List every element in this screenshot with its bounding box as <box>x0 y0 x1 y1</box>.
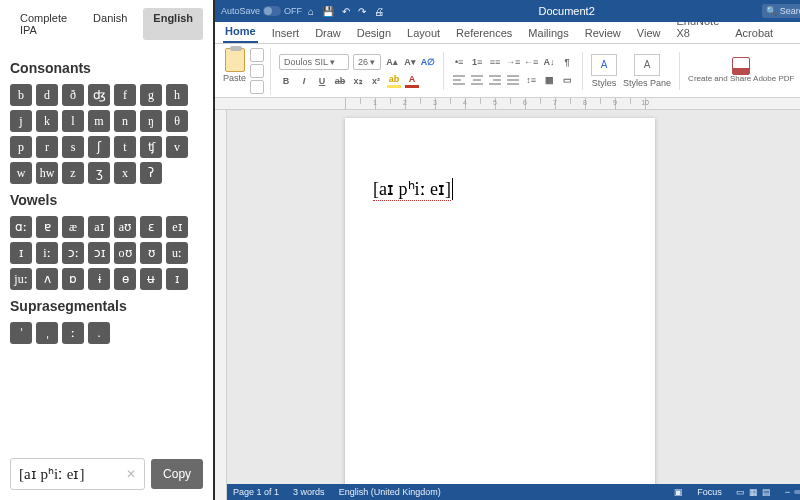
decrease-indent-icon[interactable]: ←≡ <box>524 55 538 69</box>
vowel-key[interactable]: ʉ <box>140 268 162 290</box>
consonant-key[interactable]: f <box>114 84 136 106</box>
print-layout-view-icon[interactable]: ▭ <box>736 487 745 497</box>
vowel-key[interactable]: aɪ <box>88 216 110 238</box>
print-icon[interactable]: 🖨 <box>374 6 384 17</box>
consonant-key[interactable]: r <box>36 136 58 158</box>
vowel-key[interactable]: ɐ <box>36 216 58 238</box>
consonant-key[interactable]: hw <box>36 162 58 184</box>
shading-icon[interactable]: ▦ <box>542 73 556 87</box>
consonant-key[interactable]: x <box>114 162 136 184</box>
superscript-icon[interactable]: x² <box>369 74 383 88</box>
status-words[interactable]: 3 words <box>293 487 325 497</box>
autosave-toggle[interactable]: AutoSave OFF <box>221 6 302 16</box>
font-color-icon[interactable]: A <box>405 74 419 88</box>
consonant-key[interactable]: g <box>140 84 162 106</box>
tab-view[interactable]: View <box>635 25 663 43</box>
consonant-key[interactable]: v <box>166 136 188 158</box>
consonant-key[interactable]: s <box>62 136 84 158</box>
consonant-key[interactable]: θ <box>166 110 188 132</box>
line-spacing-icon[interactable]: ↕≡ <box>524 73 538 87</box>
suprasegmental-key[interactable]: ˈ <box>10 322 32 344</box>
consonant-key[interactable]: n <box>114 110 136 132</box>
document-page[interactable]: [aɪ pʰiː eɪ] <box>345 118 655 500</box>
vowel-key[interactable]: ɨ <box>88 268 110 290</box>
show-marks-icon[interactable]: ¶ <box>560 55 574 69</box>
ruler-vertical[interactable] <box>215 110 227 500</box>
consonant-key[interactable]: p <box>10 136 32 158</box>
cut-icon[interactable] <box>250 48 264 62</box>
vowel-key[interactable]: ʌ <box>36 268 58 290</box>
vowel-key[interactable]: aʊ <box>114 216 136 238</box>
read-mode-view-icon[interactable]: ▤ <box>762 487 771 497</box>
copy-icon[interactable] <box>250 64 264 78</box>
align-right-icon[interactable] <box>488 73 502 87</box>
justify-icon[interactable] <box>506 73 520 87</box>
multilevel-list-icon[interactable]: ≡≡ <box>488 55 502 69</box>
zoom-out-icon[interactable]: − <box>785 487 790 497</box>
strikethrough-icon[interactable]: ab <box>333 74 347 88</box>
align-left-icon[interactable] <box>452 73 466 87</box>
consonant-key[interactable]: ʔ <box>140 162 162 184</box>
align-center-icon[interactable] <box>470 73 484 87</box>
autosave-switch-icon[interactable] <box>263 6 281 16</box>
sort-icon[interactable]: A↓ <box>542 55 556 69</box>
vowel-key[interactable]: ɛ <box>140 216 162 238</box>
suprasegmental-key[interactable]: ː <box>62 322 84 344</box>
vowel-key[interactable]: ɔː <box>62 242 84 264</box>
paste-icon[interactable] <box>225 48 245 72</box>
styles-gallery[interactable]: A Styles <box>591 54 617 88</box>
tab-draw[interactable]: Draw <box>313 25 343 43</box>
font-name-select[interactable]: Doulos SIL ▾ <box>279 54 349 70</box>
vowel-key[interactable]: ɑː <box>10 216 32 238</box>
tab-insert[interactable]: Insert <box>270 25 302 43</box>
tab-complete-ipa[interactable]: Complete IPA <box>10 8 77 40</box>
vowel-key[interactable]: ʊ <box>140 242 162 264</box>
search-input[interactable]: 🔍 Search in Document <box>762 4 800 18</box>
consonant-key[interactable]: t <box>114 136 136 158</box>
italic-icon[interactable]: I <box>297 74 311 88</box>
tab-layout[interactable]: Layout <box>405 25 442 43</box>
vowel-key[interactable]: ɵ <box>114 268 136 290</box>
clear-output-icon[interactable]: ✕ <box>126 467 136 482</box>
vowel-key[interactable]: eɪ <box>166 216 188 238</box>
consonant-key[interactable]: z <box>62 162 84 184</box>
vowel-key[interactable]: ɒ <box>62 268 84 290</box>
vowel-key[interactable]: ɔɪ <box>88 242 110 264</box>
home-icon[interactable]: ⌂ <box>308 6 314 17</box>
consonant-key[interactable]: ŋ <box>140 110 162 132</box>
bullets-icon[interactable]: •≡ <box>452 55 466 69</box>
borders-icon[interactable]: ▭ <box>560 73 574 87</box>
consonant-key[interactable]: ð <box>62 84 84 106</box>
increase-indent-icon[interactable]: →≡ <box>506 55 520 69</box>
tab-references[interactable]: References <box>454 25 514 43</box>
tab-design[interactable]: Design <box>355 25 393 43</box>
ruler-horizontal[interactable]: 12345678910 <box>215 98 800 110</box>
vowel-key[interactable]: juː <box>10 268 32 290</box>
consonant-key[interactable]: h <box>166 84 188 106</box>
numbering-icon[interactable]: 1≡ <box>470 55 484 69</box>
vowel-key[interactable]: ɪ <box>10 242 32 264</box>
tab-english[interactable]: English <box>143 8 203 40</box>
status-language[interactable]: English (United Kingdom) <box>339 487 441 497</box>
vowel-key[interactable]: oʊ <box>114 242 136 264</box>
consonant-key[interactable]: k <box>36 110 58 132</box>
vowel-key[interactable]: æ <box>62 216 84 238</box>
vowel-key[interactable]: ɪ <box>166 268 188 290</box>
vowel-key[interactable]: iː <box>36 242 58 264</box>
styles-pane-button[interactable]: A Styles Pane <box>623 54 671 88</box>
zoom-slider[interactable] <box>794 490 800 494</box>
grow-font-icon[interactable]: A▴ <box>385 55 399 69</box>
consonant-key[interactable]: w <box>10 162 32 184</box>
format-painter-icon[interactable] <box>250 80 264 94</box>
redo-icon[interactable]: ↷ <box>358 6 366 17</box>
consonant-key[interactable]: m <box>88 110 110 132</box>
save-icon[interactable]: 💾 <box>322 6 334 17</box>
suprasegmental-key[interactable]: ˌ <box>36 322 58 344</box>
copy-button[interactable]: Copy <box>151 459 203 489</box>
consonant-key[interactable]: b <box>10 84 32 106</box>
font-size-select[interactable]: 26 ▾ <box>353 54 381 70</box>
tab-acrobat[interactable]: Acrobat <box>733 25 775 43</box>
shrink-font-icon[interactable]: A▾ <box>403 55 417 69</box>
consonant-key[interactable]: j <box>10 110 32 132</box>
bold-icon[interactable]: B <box>279 74 293 88</box>
